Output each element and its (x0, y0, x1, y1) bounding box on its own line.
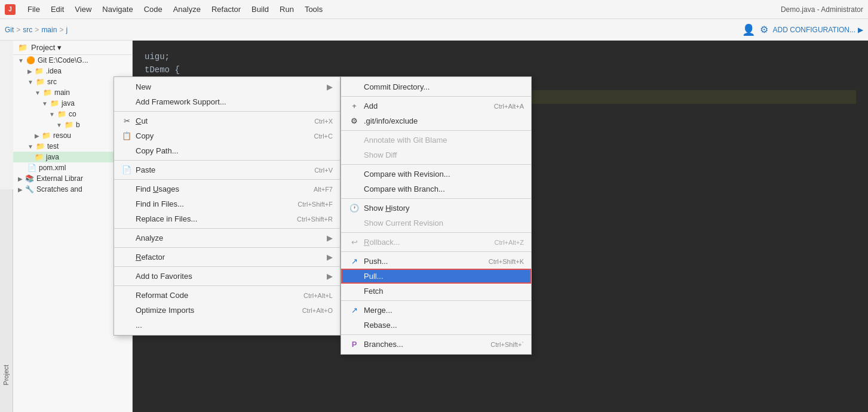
menu-tools[interactable]: Tools (300, 3, 327, 16)
menu-item-optimize-imports[interactable]: Optimize Imports Ctrl+Alt+O (114, 303, 340, 318)
git-item-rebase[interactable]: Rebase... (341, 318, 531, 333)
separator-2 (114, 160, 340, 161)
git-item-fetch[interactable]: Fetch (341, 284, 531, 299)
submenu-arrow-refactor: ▶ (327, 253, 333, 262)
breadcrumb: Git > src > main > j (5, 26, 68, 34)
menu-navigate[interactable]: Navigate (97, 3, 137, 16)
git-sep-1 (341, 96, 531, 97)
git-item-rollback: ↩ Rollback... Ctrl+Alt+Z (341, 235, 531, 250)
branches-icon: P (348, 340, 360, 349)
menu-item-copy[interactable]: 📋 Copy Ctrl+C (114, 128, 340, 143)
git-submenu: Commit Directory... + Add Ctrl+Alt+A ⚙ .… (341, 76, 532, 355)
context-menu: New ▶ Add Framework Support... ✂ Cut Ctr… (114, 76, 341, 336)
separator-1 (114, 111, 340, 112)
git-item-branches[interactable]: P Branches... Ctrl+Shift+` (341, 337, 531, 352)
git-item-add[interactable]: + Add Ctrl+Alt+A (341, 99, 531, 113)
title-bar: J File Edit View Navigate Code Analyze R… (0, 0, 868, 19)
menu-item-add-framework[interactable]: Add Framework Support... (114, 94, 340, 109)
menu-run[interactable]: Run (275, 3, 299, 16)
git-item-compare-revision[interactable]: Compare with Revision... (341, 167, 531, 182)
git-item-push[interactable]: ↗ Push... Ctrl+Shift+K (341, 254, 531, 269)
menu-item-copy-path[interactable]: Copy Path... (114, 143, 340, 158)
menu-item-new[interactable]: New ▶ (114, 79, 340, 94)
menu-item-reformat[interactable]: Reformat Code Ctrl+Alt+L (114, 288, 340, 303)
menu-item-find-in-files[interactable]: Find in Files... Ctrl+Shift+F (114, 196, 340, 211)
submenu-arrow-analyze: ▶ (327, 233, 333, 242)
git-item-pull[interactable]: Pull... (341, 269, 531, 284)
separator-6 (114, 266, 340, 267)
menu-item-paste[interactable]: 📄 Paste Ctrl+V (114, 162, 340, 177)
git-sep-8 (341, 334, 531, 335)
git-item-compare-branch[interactable]: Compare with Branch... (341, 182, 531, 196)
git-sep-2 (341, 130, 531, 131)
copy-icon: 📋 (121, 131, 132, 140)
window-title: Demo.java - Administrator (781, 5, 863, 14)
push-icon: ↗ (348, 257, 360, 266)
menu-bar: File Edit View Navigate Code Analyze Ref… (23, 3, 327, 16)
git-item-show-history[interactable]: 🕐 Show History (341, 201, 531, 216)
breadcrumb-git[interactable]: Git (5, 26, 14, 34)
menu-item-add-favorites[interactable]: Add to Favorites ▶ (114, 269, 340, 284)
submenu-arrow-favorites: ▶ (327, 272, 333, 281)
git-item-commit-dir[interactable]: Commit Directory... (341, 79, 531, 94)
breadcrumb-main[interactable]: main (41, 26, 57, 34)
breadcrumb-j[interactable]: j (66, 26, 68, 34)
menu-build[interactable]: Build (247, 3, 274, 16)
paste-icon: 📄 (121, 165, 132, 174)
menu-view[interactable]: View (70, 3, 96, 16)
separator-4 (114, 228, 340, 229)
settings-icon[interactable]: ⚙ (760, 24, 768, 35)
add-configuration-button[interactable]: ADD CONFIGURATION... ▶ (773, 26, 863, 34)
menu-refactor[interactable]: Refactor (207, 3, 246, 16)
toolbar: Git > src > main > j 👤 ⚙ ADD CONFIGURATI… (0, 19, 868, 41)
separator-3 (114, 179, 340, 180)
separator-5 (114, 247, 340, 248)
main-layout: Project 📁 Project ▾ ▼ 🟠 Git E:\Code\G...… (0, 41, 868, 412)
git-sep-6 (341, 251, 531, 252)
submenu-arrow-new: ▶ (327, 82, 333, 91)
history-icon: 🕐 (348, 204, 360, 213)
git-sep-7 (341, 300, 531, 301)
git-item-exclude[interactable]: ⚙ .git/info/exclude (341, 113, 531, 128)
menu-code[interactable]: Code (139, 3, 167, 16)
menu-file[interactable]: File (23, 3, 45, 16)
app-icon: J (5, 4, 16, 15)
menu-item-find-usages[interactable]: Find Usages Alt+F7 (114, 182, 340, 196)
menu-edit[interactable]: Edit (46, 3, 69, 16)
avatar-icon[interactable]: 👤 (742, 23, 755, 36)
context-menu-overlay: New ▶ Add Framework Support... ✂ Cut Ctr… (0, 41, 868, 412)
git-item-merge[interactable]: ↗ Merge... (341, 303, 531, 318)
git-sep-4 (341, 198, 531, 199)
separator-7 (114, 285, 340, 286)
chevron-right-icon: ▶ (858, 26, 863, 34)
menu-item-analyze[interactable]: Analyze ▶ (114, 230, 340, 245)
breadcrumb-src[interactable]: src (23, 26, 32, 34)
rollback-icon: ↩ (348, 238, 360, 247)
menu-item-refactor[interactable]: Refactor ▶ (114, 250, 340, 265)
cut-icon: ✂ (121, 116, 132, 125)
merge-icon: ↗ (348, 306, 360, 315)
toolbar-right: 👤 ⚙ ADD CONFIGURATION... ▶ (742, 23, 863, 36)
git-exclude-icon: ⚙ (348, 116, 360, 125)
menu-item-replace-in-files[interactable]: Replace in Files... Ctrl+Shift+R (114, 211, 340, 226)
git-item-show-current-revision: Show Current Revision (341, 216, 531, 230)
git-item-show-diff: Show Diff (341, 147, 531, 162)
git-add-icon: + (348, 102, 360, 110)
git-sep-5 (341, 232, 531, 233)
git-item-annotate: Annotate with Git Blame (341, 133, 531, 147)
menu-item-cut[interactable]: ✂ Cut Ctrl+X (114, 113, 340, 128)
menu-item-more[interactable]: ... (114, 318, 340, 333)
menu-analyze[interactable]: Analyze (168, 3, 206, 16)
git-sep-3 (341, 164, 531, 165)
